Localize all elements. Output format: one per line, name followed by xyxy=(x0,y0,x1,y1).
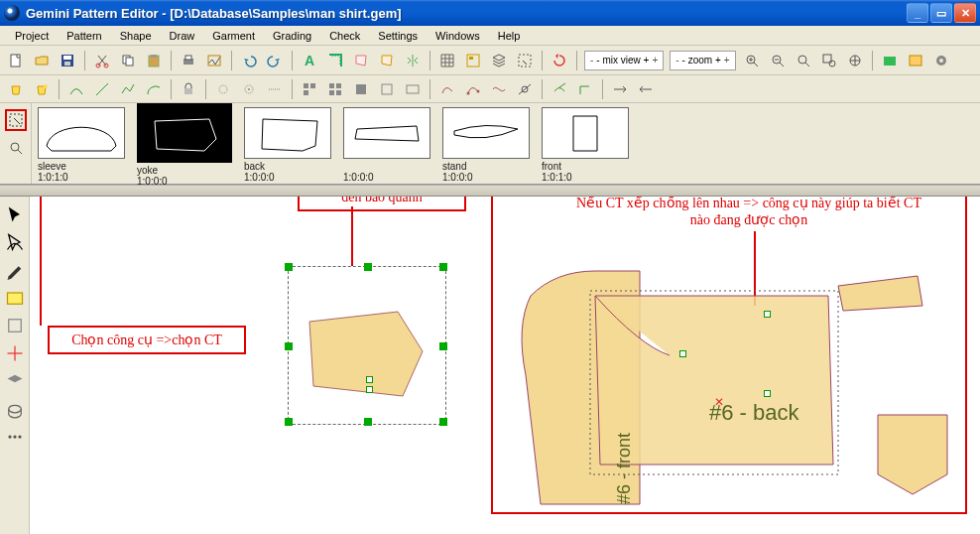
thumb-back[interactable]: back1:0:0:0 xyxy=(244,107,331,183)
menu-help[interactable]: Help xyxy=(489,28,530,44)
separator xyxy=(602,79,603,99)
minimize-button[interactable]: _ xyxy=(907,3,928,23)
thumb-sleeve[interactable]: sleeve1:0:1:0 xyxy=(38,107,125,183)
open-file-button[interactable] xyxy=(30,49,54,72)
zoom-window-button[interactable] xyxy=(817,49,841,72)
measure-tool-button[interactable] xyxy=(323,49,347,72)
multi1-icon[interactable] xyxy=(298,77,321,101)
cut-button[interactable] xyxy=(90,49,114,72)
menu-check[interactable]: Check xyxy=(320,28,369,44)
menubar: Project Pattern Shape Draw Garment Gradi… xyxy=(0,26,980,46)
pencil-tool-icon[interactable] xyxy=(5,260,25,280)
curve3-icon[interactable] xyxy=(461,77,485,101)
svg-rect-46 xyxy=(336,90,341,95)
bucket1-icon[interactable] xyxy=(4,77,28,101)
copy-button[interactable] xyxy=(116,49,140,72)
maximize-button[interactable]: ▭ xyxy=(930,3,952,23)
svg-rect-41 xyxy=(310,83,315,88)
extend1-icon[interactable] xyxy=(608,77,632,101)
corner-icon[interactable] xyxy=(573,77,597,101)
svg-rect-12 xyxy=(208,56,220,66)
panel-button[interactable] xyxy=(904,49,927,72)
curve-pointer-tool-icon[interactable] xyxy=(5,232,25,252)
curve4-icon[interactable] xyxy=(487,77,511,101)
new-file-button[interactable] xyxy=(4,49,28,72)
piece-button[interactable] xyxy=(349,49,373,72)
multi3-icon[interactable] xyxy=(349,77,373,101)
thumb-front[interactable]: front1:0:1:0 xyxy=(542,107,629,183)
pointer-tool-icon[interactable] xyxy=(5,204,25,224)
svg-rect-0 xyxy=(11,55,20,67)
flip-button[interactable] xyxy=(401,49,425,72)
more-tool-icon[interactable] xyxy=(5,427,25,447)
thumb-yoke[interactable]: yoke1:0:0:0 xyxy=(137,107,232,187)
layers-tool-icon[interactable] xyxy=(5,371,25,391)
exit-curve-icon[interactable] xyxy=(548,77,571,101)
select-piece-tool-button[interactable] xyxy=(5,109,27,131)
zoom-fit-button[interactable] xyxy=(792,49,815,72)
work-area[interactable]: CT được chọn sẽ có màu đen bao quanh Chọ… xyxy=(0,197,980,534)
print-button[interactable] xyxy=(177,49,200,72)
lock-icon[interactable] xyxy=(177,77,200,101)
extend2-icon[interactable] xyxy=(634,77,658,101)
refresh-button[interactable] xyxy=(548,49,571,72)
svg-rect-11 xyxy=(185,56,191,60)
snap3-icon[interactable] xyxy=(263,77,287,101)
menu-garment[interactable]: Garment xyxy=(203,28,264,44)
thumb-name: front xyxy=(542,161,561,172)
thumb-piece4[interactable]: 1:0:0:0 xyxy=(343,107,430,183)
curve2-icon[interactable] xyxy=(435,77,459,101)
paste-button[interactable] xyxy=(142,49,166,72)
curve-join-icon[interactable] xyxy=(64,77,88,101)
polyline-icon[interactable] xyxy=(116,77,140,101)
menu-draw[interactable]: Draw xyxy=(161,28,204,44)
thumb-ratio: 1:0:1:0 xyxy=(542,172,572,183)
thumb-ratio: 1:0:0:0 xyxy=(442,172,473,183)
plot-button[interactable] xyxy=(202,49,226,72)
note-tool-icon[interactable] xyxy=(5,288,25,308)
text-tool-button[interactable]: A xyxy=(298,49,321,72)
zoom-control[interactable]: -- zoom ++ xyxy=(670,51,735,70)
separator xyxy=(429,79,430,99)
close-button[interactable]: ✕ xyxy=(954,3,976,23)
pattern-canvas: #6 - back #6 - front xyxy=(501,256,967,524)
multi2-icon[interactable] xyxy=(323,77,347,101)
tangent-icon[interactable] xyxy=(513,77,537,101)
svg-marker-59 xyxy=(355,126,419,141)
unknown-tool-icon[interactable] xyxy=(5,316,25,335)
select-crop-button[interactable] xyxy=(513,49,537,72)
redo-button[interactable] xyxy=(263,49,287,72)
menu-shape[interactable]: Shape xyxy=(111,28,161,44)
arc-icon[interactable] xyxy=(142,77,166,101)
grading-tool-icon[interactable] xyxy=(5,343,25,363)
multi5-icon[interactable] xyxy=(401,77,425,101)
line-icon[interactable] xyxy=(90,77,114,101)
menu-grading[interactable]: Grading xyxy=(264,28,320,44)
zoom-in-button[interactable] xyxy=(740,49,764,72)
menu-windows[interactable]: Windows xyxy=(427,28,489,44)
machine-button[interactable] xyxy=(878,49,902,72)
anchor-handle xyxy=(679,350,686,357)
zoom-strip-button[interactable] xyxy=(5,137,27,159)
multi4-icon[interactable] xyxy=(375,77,399,101)
piece-yellow-button[interactable] xyxy=(375,49,399,72)
snap2-icon[interactable] xyxy=(237,77,261,101)
menu-pattern[interactable]: Pattern xyxy=(58,28,110,44)
zoom-all-button[interactable] xyxy=(843,49,867,72)
gear-icon-button[interactable] xyxy=(929,49,953,72)
undo-button[interactable] xyxy=(237,49,261,72)
snap1-icon[interactable] xyxy=(211,77,235,101)
separator xyxy=(542,51,543,70)
mix-view-control[interactable]: -- mix view ++ xyxy=(584,51,664,70)
zoom-out-button[interactable] xyxy=(766,49,790,72)
grid-button[interactable] xyxy=(435,49,459,72)
save-button[interactable] xyxy=(56,49,79,72)
thumb-stand[interactable]: stand1:0:0:0 xyxy=(442,107,530,183)
bucket2-icon[interactable] xyxy=(30,77,54,101)
separator xyxy=(205,79,206,99)
layers-button[interactable] xyxy=(487,49,511,72)
roll-tool-icon[interactable] xyxy=(5,399,25,419)
menu-settings[interactable]: Settings xyxy=(369,28,427,44)
menu-project[interactable]: Project xyxy=(6,28,58,44)
layout-button[interactable] xyxy=(461,49,485,72)
